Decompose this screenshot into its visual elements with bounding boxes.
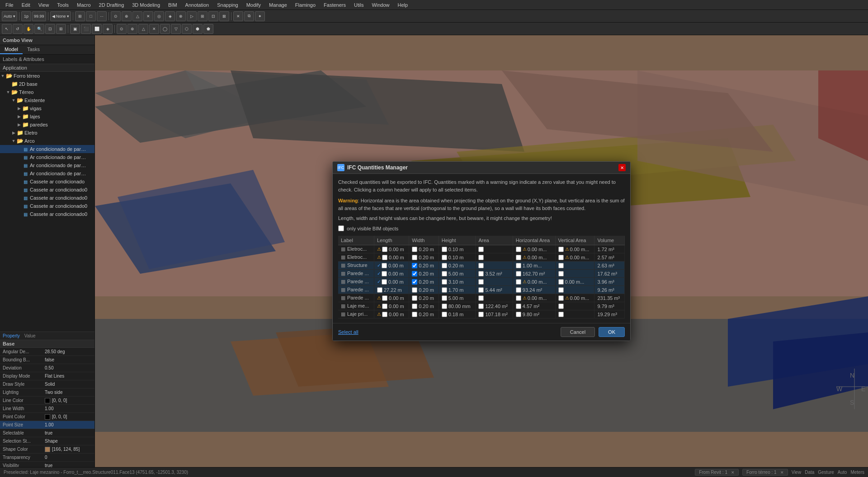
cb-area-5[interactable] — [478, 287, 484, 293]
menu-flamingo[interactable]: Flamingo — [292, 1, 319, 9]
tb-snap2[interactable]: ⊕ — [122, 11, 132, 21]
tree-item-cassete4[interactable]: ▦Cassete ar condicionado0 — [0, 202, 94, 210]
tab-revit-close[interactable]: ✕ — [731, 470, 735, 475]
col-harea[interactable]: Horizontal Area — [513, 236, 555, 245]
tree-item-forro-terreo[interactable]: ▼📂Forro térreo — [0, 72, 94, 80]
tb-misc2[interactable]: ⊕ — [127, 24, 137, 34]
cb-area-3[interactable] — [478, 271, 484, 276]
menu-edit[interactable]: Edit — [18, 1, 34, 9]
cb-length-3[interactable] — [382, 271, 387, 276]
tree-arrow-lajes[interactable]: ▶ — [16, 114, 22, 119]
cb-width-8[interactable] — [412, 312, 417, 317]
tb-x[interactable]: ✕ — [233, 11, 243, 21]
menu-bim[interactable]: BIM — [165, 1, 181, 9]
cb-height-1[interactable] — [442, 255, 447, 260]
tab-model[interactable]: Model — [0, 45, 23, 54]
tb-misc5[interactable]: ◯ — [160, 24, 170, 34]
cb-length-6[interactable] — [382, 295, 387, 301]
tree-arrow-paredes[interactable]: ▶ — [16, 122, 22, 127]
tb-misc3[interactable]: △ — [138, 24, 148, 34]
select-all-link[interactable]: Select all — [338, 329, 359, 335]
cancel-button[interactable]: Cancel — [561, 327, 595, 337]
tb-fitall[interactable]: ⊡ — [45, 24, 55, 34]
tb-misc7[interactable]: ⬡ — [182, 24, 192, 34]
menu-manage[interactable]: Manage — [265, 1, 291, 9]
tb-percent-btn[interactable]: 99.99 — [32, 11, 46, 21]
tree-item-cassete1[interactable]: ▦Cassete ar condicionado — [0, 178, 94, 186]
cb-height-8[interactable] — [442, 312, 447, 317]
cb-height-0[interactable] — [442, 247, 447, 252]
auto-label[interactable]: Auto — [838, 470, 847, 475]
tb-snap9[interactable]: ⊞ — [198, 11, 208, 21]
menu-3d-modeling[interactable]: 3D Modeling — [128, 1, 164, 9]
tree-item-ar3[interactable]: ▦Ar condicionado de parede — [0, 161, 94, 169]
cb-varea-6[interactable] — [558, 295, 564, 301]
tb-copy[interactable]: ⧉ — [244, 11, 254, 21]
tb-snap4[interactable]: ✕ — [143, 11, 153, 21]
tb-grid[interactable]: ⊞ — [75, 11, 85, 21]
tree-arrow-eletro[interactable]: ▶ — [11, 131, 16, 135]
tb-snap3[interactable]: △ — [132, 11, 142, 21]
menu-macro[interactable]: Macro — [73, 1, 94, 9]
tb-iso[interactable]: ◈ — [103, 24, 113, 34]
status-tab-revit[interactable]: From Revit : 1 ✕ — [695, 469, 739, 476]
tb-1p-btn[interactable]: 1p — [21, 11, 31, 21]
tree-item-ar1[interactable]: ▦Ar condicionado de parede — [0, 145, 94, 153]
cb-varea-2[interactable] — [558, 263, 564, 268]
tree-arrow-terreo[interactable]: ▼ — [5, 90, 11, 94]
tb-snap1[interactable]: ⊙ — [111, 11, 121, 21]
cb-varea-8[interactable] — [558, 312, 564, 317]
data-tab[interactable]: Data — [805, 470, 814, 475]
tree-arrow-arco[interactable]: ▼ — [11, 139, 16, 143]
tree-item-lajes[interactable]: ▶📁lajes — [0, 112, 94, 121]
cb-height-2[interactable] — [442, 263, 447, 268]
col-area[interactable]: Area — [476, 236, 513, 245]
tb-snap11[interactable]: ⊠ — [219, 11, 229, 21]
tb-misc8[interactable]: ⬢ — [193, 24, 203, 34]
menu-view[interactable]: View — [35, 1, 53, 9]
tb-front[interactable]: ▣ — [70, 24, 80, 34]
tb-auto-btn[interactable]: Auto ▾ — [2, 11, 17, 21]
tb-hand[interactable]: ✋ — [24, 24, 33, 34]
only-visible-checkbox[interactable] — [338, 225, 344, 231]
menu-snapping[interactable]: Snapping — [213, 1, 242, 9]
tree-item-ar4[interactable]: ▦Ar condicionado de parede — [0, 169, 94, 178]
cb-length-8[interactable] — [382, 312, 387, 317]
col-varea[interactable]: Vertical Area — [555, 236, 594, 245]
tree-arrow-forro-terreo[interactable]: ▼ — [0, 74, 5, 78]
cb-harea-8[interactable] — [516, 312, 521, 317]
tree-item-eletro[interactable]: ▶📁Eletro — [0, 129, 94, 137]
cb-area-1[interactable] — [478, 255, 484, 260]
tb-misc6[interactable]: ▽ — [171, 24, 181, 34]
tb-none-btn[interactable]: ◀ None ▾ — [50, 11, 71, 21]
cb-length-7[interactable] — [382, 304, 387, 309]
cb-height-5[interactable] — [442, 287, 447, 293]
tb-zoom[interactable]: 🔍 — [34, 24, 44, 34]
cb-height-6[interactable] — [442, 295, 447, 301]
cb-width-7[interactable] — [412, 304, 417, 309]
prop-tab-property[interactable]: Property — [3, 333, 20, 338]
col-width[interactable]: Width — [409, 236, 439, 245]
cb-area-2[interactable] — [478, 263, 484, 268]
cb-width-6[interactable] — [412, 295, 417, 301]
cb-length-1[interactable] — [382, 255, 387, 260]
menu-2d-drafting[interactable]: 2D Drafting — [95, 1, 128, 9]
tree-arrow-existente[interactable]: ▼ — [11, 98, 16, 103]
tb-snap7[interactable]: ⊗ — [176, 11, 186, 21]
tb-misc1[interactable]: ⊙ — [117, 24, 127, 34]
tb-misc9[interactable]: ⬟ — [203, 24, 213, 34]
tb-right[interactable]: ⬜ — [92, 24, 102, 34]
cb-area-6[interactable] — [478, 295, 484, 301]
cb-width-0[interactable] — [412, 247, 417, 252]
ok-button[interactable]: OK — [599, 327, 625, 337]
cb-harea-4[interactable] — [516, 279, 521, 285]
cb-height-3[interactable] — [442, 271, 447, 276]
cb-length-0[interactable] — [382, 247, 387, 252]
tree-item-vigas[interactable]: ▶📁vigas — [0, 104, 94, 112]
col-volume[interactable]: Volume — [594, 236, 625, 245]
cb-height-7[interactable] — [442, 304, 447, 309]
tb-cursor[interactable]: ↖ — [2, 24, 12, 34]
prop-tab-value[interactable]: Value — [24, 333, 36, 338]
menu-help[interactable]: Help — [394, 1, 412, 9]
tree-item-ar2[interactable]: ▦Ar condicionado de parede — [0, 153, 94, 161]
